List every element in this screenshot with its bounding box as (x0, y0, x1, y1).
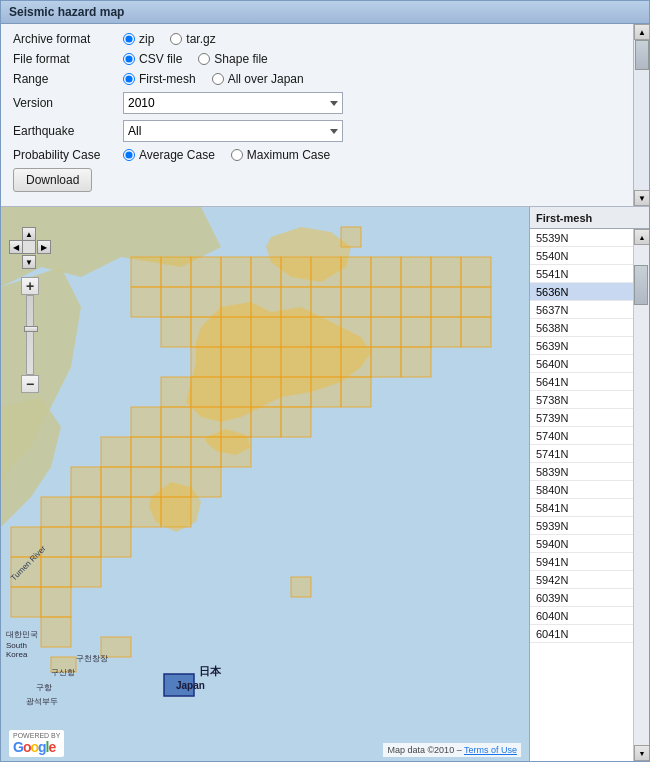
mesh-scroll-up-btn[interactable]: ▲ (634, 229, 649, 245)
svg-rect-1 (131, 257, 161, 287)
mesh-item[interactable]: 5841N (530, 499, 633, 517)
controls-scroll-thumb[interactable] (635, 40, 649, 70)
svg-rect-43 (401, 347, 431, 377)
mesh-item[interactable]: 6041N (530, 625, 633, 643)
mesh-item[interactable]: 5942N (530, 571, 633, 589)
zoom-in-btn[interactable]: + (21, 277, 39, 295)
file-shape-radio[interactable] (198, 53, 210, 65)
mesh-item[interactable]: 5740N (530, 427, 633, 445)
archive-targz-group: tar.gz (170, 32, 215, 46)
svg-rect-33 (401, 317, 431, 347)
mesh-item[interactable]: 5940N (530, 535, 633, 553)
mesh-item[interactable]: 5639N (530, 337, 633, 355)
mesh-scroll-down-btn[interactable]: ▼ (634, 745, 649, 761)
mesh-item[interactable]: 5541N (530, 265, 633, 283)
nav-right-btn[interactable]: ▶ (37, 240, 51, 254)
korea-city3: 구항 (36, 683, 52, 692)
range-first-radio[interactable] (123, 73, 135, 85)
map-svg: 日本 Japan 대한민국 South Korea 구천창장 구산항 구항 광석… (1, 207, 529, 761)
prob-maximum-radio[interactable] (231, 149, 243, 161)
range-all-radio[interactable] (212, 73, 224, 85)
file-shape-label: Shape file (214, 52, 267, 66)
svg-rect-12 (461, 257, 491, 287)
nav-center (22, 240, 36, 254)
mesh-item[interactable]: 5741N (530, 445, 633, 463)
svg-rect-75 (101, 527, 131, 557)
version-label: Version (13, 96, 123, 110)
zoom-slider[interactable] (26, 295, 34, 375)
archive-zip-radio[interactable] (123, 33, 135, 45)
controls-scroll-down-btn[interactable]: ▼ (634, 190, 650, 206)
svg-rect-3 (191, 257, 221, 287)
mesh-item[interactable]: 5839N (530, 463, 633, 481)
earthquake-row: Earthquake All (13, 120, 621, 142)
nav-down-btn[interactable]: ▼ (22, 255, 36, 269)
file-csv-radio[interactable] (123, 53, 135, 65)
mesh-item[interactable]: 5540N (530, 247, 633, 265)
range-row: Range First-mesh All over Japan (13, 72, 621, 86)
zoom-out-btn[interactable]: − (21, 375, 39, 393)
terms-link[interactable]: Terms of Use (464, 745, 517, 755)
mesh-item[interactable]: 5840N (530, 481, 633, 499)
version-select[interactable]: 2010 2009 2008 (123, 92, 343, 114)
mesh-scroll-thumb[interactable] (634, 265, 648, 305)
svg-rect-41 (341, 347, 371, 377)
prob-average-label: Average Case (139, 148, 215, 162)
svg-rect-13 (131, 287, 161, 317)
navigation-control: ▲ ▼ ◀ ▶ + − (9, 227, 51, 393)
svg-rect-34 (431, 317, 461, 347)
controls-scroll-up-btn[interactable]: ▲ (634, 24, 650, 40)
mesh-item[interactable]: 5641N (530, 373, 633, 391)
mesh-item[interactable]: 6040N (530, 607, 633, 625)
mesh-item[interactable]: 6039N (530, 589, 633, 607)
svg-rect-16 (221, 287, 251, 317)
svg-rect-48 (281, 377, 311, 407)
mesh-item[interactable]: 5637N (530, 301, 633, 319)
nav-up-btn[interactable]: ▲ (22, 227, 36, 241)
svg-rect-79 (11, 587, 41, 617)
archive-targz-radio[interactable] (170, 33, 182, 45)
svg-rect-82 (341, 227, 361, 247)
mesh-item[interactable]: 5539N (530, 229, 633, 247)
mesh-item[interactable]: 5636N (530, 283, 633, 301)
svg-rect-42 (371, 347, 401, 377)
svg-rect-68 (71, 497, 101, 527)
korea-label: 대한민국 (6, 630, 38, 639)
svg-rect-56 (281, 407, 311, 437)
controls-inner: Archive format zip tar.gz File format (1, 24, 633, 206)
svg-rect-19 (311, 287, 341, 317)
svg-rect-71 (161, 497, 191, 527)
prob-average-radio[interactable] (123, 149, 135, 161)
mesh-scroll-track (634, 245, 649, 745)
svg-rect-67 (41, 497, 71, 527)
svg-rect-17 (251, 287, 281, 317)
svg-rect-64 (131, 467, 161, 497)
svg-rect-52 (161, 407, 191, 437)
zoom-slider-thumb[interactable] (24, 326, 38, 332)
svg-rect-26 (191, 317, 221, 347)
mesh-item[interactable]: 5738N (530, 391, 633, 409)
svg-rect-24 (461, 287, 491, 317)
download-button[interactable]: Download (13, 168, 92, 192)
prob-maximum-label: Maximum Case (247, 148, 330, 162)
range-all-label: All over Japan (228, 72, 304, 86)
svg-rect-10 (401, 257, 431, 287)
svg-rect-37 (221, 347, 251, 377)
mesh-item[interactable]: 5941N (530, 553, 633, 571)
controls-scroll-track (634, 40, 649, 190)
mesh-item[interactable]: 5640N (530, 355, 633, 373)
mesh-item[interactable]: 5939N (530, 517, 633, 535)
file-shape-group: Shape file (198, 52, 267, 66)
range-first-label: First-mesh (139, 72, 196, 86)
svg-rect-14 (161, 287, 191, 317)
mesh-item[interactable]: 5739N (530, 409, 633, 427)
nav-left-btn[interactable]: ◀ (9, 240, 23, 254)
earthquake-select[interactable]: All (123, 120, 343, 142)
mesh-item[interactable]: 5638N (530, 319, 633, 337)
svg-rect-30 (311, 317, 341, 347)
map-container[interactable]: 日本 Japan 대한민국 South Korea 구천창장 구산항 구항 광석… (1, 207, 529, 761)
svg-rect-45 (191, 377, 221, 407)
svg-rect-66 (191, 467, 221, 497)
svg-rect-15 (191, 287, 221, 317)
svg-rect-29 (281, 317, 311, 347)
